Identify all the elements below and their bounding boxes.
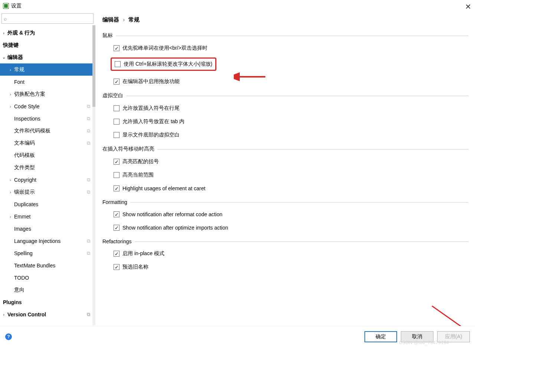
checkbox-checked-icon[interactable] (114, 251, 119, 257)
tree-item-label: Duplicates (14, 201, 38, 207)
section-formatting: Formatting Show notification after refor… (102, 199, 468, 232)
project-scope-icon: ⧉ (87, 116, 90, 122)
tree-item-label: 文件和代码模板 (14, 128, 50, 134)
section-mouse: 鼠标 优先驼峰单词在使用<br/>双击选择时 使用 Ctrl+鼠标滚轮更改字体大… (102, 32, 468, 86)
checkbox-checked-icon[interactable] (114, 45, 119, 51)
sidebar-scrollbar[interactable] (92, 25, 95, 325)
checkbox-checked-icon[interactable] (114, 225, 119, 231)
tree-item-label: TODO (14, 275, 29, 281)
checkbox-unchecked-icon[interactable] (115, 61, 121, 67)
mouse-ctrl-zoom-highlight[interactable]: 使用 Ctrl+鼠标滚轮更改字体大小(缩放) (111, 57, 216, 71)
main-panel: 编辑器 › 常规 鼠标 优先驼峰单词在使用<br/>双击选择时 使用 Ctrl+… (96, 12, 475, 325)
checkbox-checked-icon[interactable] (114, 264, 119, 270)
search-input[interactable] (1, 13, 94, 24)
tree-item[interactable]: Duplicates (0, 198, 95, 210)
tree-item-label: 编辑器 (7, 54, 23, 61)
project-scope-icon: ⧉ (87, 189, 90, 195)
tree-item[interactable]: ⌄编辑器 (0, 51, 95, 63)
mouse-dragdrop-row[interactable]: 在编辑器中启用拖放功能 (114, 78, 468, 86)
highlight-usages-row[interactable]: Highlight usages of element at caret (114, 184, 468, 192)
chevron-down-icon[interactable]: ⌄ (1, 55, 6, 60)
chevron-right-icon[interactable]: › (8, 190, 13, 194)
checkbox-unchecked-icon[interactable] (114, 132, 119, 138)
tree-item[interactable]: Language Injections⧉ (0, 235, 95, 247)
chevron-right-icon[interactable]: › (1, 312, 6, 317)
tree-item-label: 代码模板 (14, 152, 35, 159)
tree-item[interactable]: 快捷键 (0, 39, 95, 51)
tree-item[interactable]: Inspections⧉ (0, 112, 95, 125)
checkbox-unchecked-icon[interactable] (114, 105, 119, 111)
help-icon[interactable]: ? (5, 333, 12, 340)
tree-item[interactable]: TextMate Bundles (0, 259, 95, 271)
chevron-right-icon[interactable]: › (8, 178, 13, 182)
tree-item-label: Copyright (14, 177, 36, 183)
titlebar: 设置 (0, 0, 475, 12)
checkbox-checked-icon[interactable] (114, 79, 119, 85)
refactor-preselect-row[interactable]: 预选旧名称 (114, 263, 468, 271)
section-mouse-title: 鼠标 (102, 32, 113, 39)
tree-item[interactable]: 文本编码⧉ (0, 137, 95, 149)
tree-item[interactable]: Plugins (0, 296, 95, 308)
app-icon (3, 3, 9, 9)
chevron-right-icon[interactable]: › (8, 214, 13, 219)
tree-item[interactable]: ›Copyright⧉ (0, 174, 95, 186)
project-scope-icon: ⧉ (87, 140, 90, 146)
tree-item[interactable]: 文件和代码模板⧉ (0, 125, 95, 137)
formatting-imports-row[interactable]: Show notification after optimize imports… (114, 224, 468, 232)
tree-item-label: Font (14, 79, 24, 85)
breadcrumb-part1[interactable]: 编辑器 (102, 16, 119, 23)
virtual-caret-tab-row[interactable]: 允许插入符号放置在 tab 内 (114, 118, 468, 126)
tree-item-label: Plugins (3, 299, 22, 305)
virtual-caret-eol-row[interactable]: 允许放置插入符号在行尾 (114, 104, 468, 112)
checkbox-checked-icon[interactable] (114, 159, 119, 165)
search-icon: ⌕ (4, 16, 7, 22)
project-scope-icon: ⧉ (87, 312, 90, 317)
tree-item-label: Emmet (14, 214, 30, 220)
tree-item[interactable]: 意向 (0, 284, 95, 296)
tree-item[interactable]: ›镶嵌提示⧉ (0, 186, 95, 198)
annotation-arrow-icon (234, 71, 267, 82)
project-scope-icon: ⧉ (87, 128, 90, 134)
checkbox-unchecked-icon[interactable] (114, 119, 119, 125)
tree-item-label: 意向 (14, 287, 24, 293)
tree-item[interactable]: 文件类型 (0, 161, 95, 174)
tree-item-label: 常规 (14, 66, 24, 73)
tree-item-label: TextMate Bundles (14, 263, 55, 269)
close-icon[interactable]: ✕ (465, 2, 471, 11)
project-scope-icon: ⧉ (87, 177, 90, 183)
checkbox-checked-icon[interactable] (114, 185, 119, 191)
highlight-scope-row[interactable]: 高亮当前范围 (114, 171, 468, 179)
refactor-inplace-row[interactable]: 启用 in-place 模式 (114, 250, 468, 258)
checkbox-checked-icon[interactable] (114, 211, 119, 217)
tree-item[interactable]: ›Version Control⧉ (0, 308, 95, 320)
tree-item[interactable]: ›外观 & 行为 (0, 27, 95, 39)
mouse-camelcase-row[interactable]: 优先驼峰单词在使用<br/>双击选择时 (114, 44, 468, 52)
section-virtual-title: 虚拟空白 (102, 92, 123, 99)
chevron-right-icon[interactable]: › (8, 104, 13, 109)
tree-item[interactable]: ›Emmet (0, 210, 95, 223)
chevron-right-icon[interactable]: › (8, 67, 13, 72)
highlight-brackets-row[interactable]: 高亮匹配的括号 (114, 158, 468, 166)
ok-button[interactable]: 确定 (364, 331, 397, 342)
tree-item-label: 外观 & 行为 (7, 30, 35, 36)
chevron-right-icon[interactable]: › (1, 31, 6, 35)
sidebar: ⌕ ›外观 & 行为快捷键⌄编辑器›常规Font›切换配色方案›Code Sty… (0, 12, 96, 325)
tree-item-label: Version Control (7, 312, 46, 317)
breadcrumb-separator: › (123, 16, 125, 23)
tree-item[interactable]: Images (0, 223, 95, 235)
tree-item-label: Inspections (14, 116, 40, 122)
tree-item-label: Language Injections (14, 238, 60, 244)
breadcrumb-part2: 常规 (128, 16, 140, 23)
tree-item[interactable]: TODO (0, 271, 95, 284)
chevron-right-icon[interactable]: › (8, 92, 13, 96)
tree-item[interactable]: 代码模板 (0, 149, 95, 161)
virtual-bottom-row[interactable]: 显示文件底部的虚拟空白 (114, 131, 468, 139)
tree-item[interactable]: ›常规 (0, 63, 95, 76)
formatting-reformat-row[interactable]: Show notification after reformat code ac… (114, 210, 468, 218)
tree-item[interactable]: Font (0, 76, 95, 88)
tree-item[interactable]: ›切换配色方案 (0, 88, 95, 100)
checkbox-unchecked-icon[interactable] (114, 172, 119, 178)
tree-item[interactable]: ›Code Style⧉ (0, 100, 95, 112)
section-virtual: 虚拟空白 允许放置插入符号在行尾 允许插入符号放置在 tab 内 显示文件底部的… (102, 92, 468, 139)
tree-item[interactable]: Spelling⧉ (0, 247, 95, 259)
